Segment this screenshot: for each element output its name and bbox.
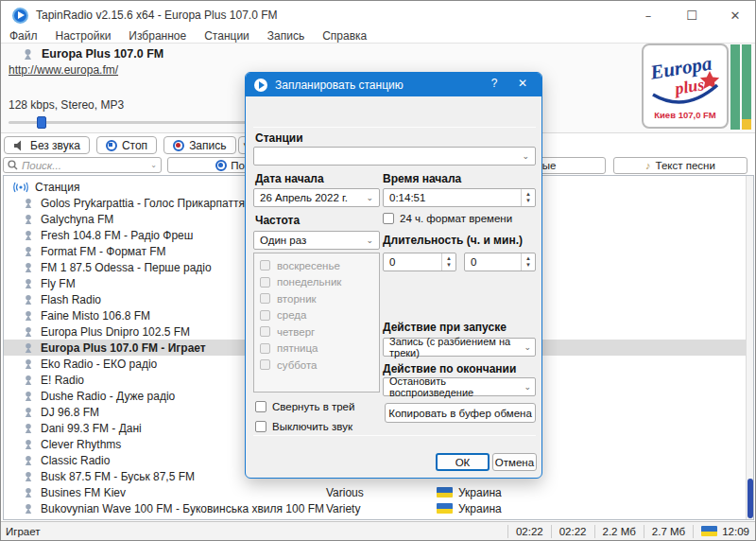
list-scrollbar[interactable] [746,176,753,520]
weekday-item-2: вторник [260,290,379,307]
start-date-label: Дата начала [255,172,324,185]
station-name: Format FM - Формат FM [41,245,166,258]
spinner-arrows-icon[interactable]: ▲▼ [521,189,535,206]
station-genre: Various [326,486,364,499]
station-icon [23,230,34,241]
vu-meter-left [730,44,740,130]
close-button[interactable]: ✕ [713,1,756,29]
dialog-title-bar[interactable]: Запланировать станцию ? ✕ [246,73,541,96]
minimize-button[interactable]: – [627,1,670,29]
station-icon [23,503,34,515]
search-input[interactable]: Поиск... ⌄ [3,157,162,173]
minimize-to-tray-checkbox[interactable]: Свернуть в трей [255,401,354,412]
station-genre: Variety [326,502,360,515]
mute-sound-checkbox[interactable]: Выключить звук [255,421,352,432]
maximize-button[interactable]: ☐ [670,1,713,29]
checkbox-icon [260,293,270,304]
station-icon [23,423,34,434]
start-action-combobox[interactable]: Запись (с разбиением на треки) ⌄ [383,338,536,357]
status-cell-1: 02:22 [551,525,594,538]
station-genre: Variety [326,518,360,521]
stations-combobox[interactable]: ⌄ [253,147,536,166]
scrollbar-thumb[interactable] [747,479,753,518]
station-icon [23,519,34,521]
stop-icon [106,140,117,151]
stations-label: Станции [255,131,303,145]
volume-slider-handle[interactable] [37,116,46,129]
duration-minutes-spinner[interactable]: 0 ▲▼ [464,253,536,271]
station-name: Europa Plus Dnipro 102.5 FM [41,325,190,339]
spinner-arrows-icon[interactable]: ▲▼ [441,253,455,270]
station-icon [23,391,34,402]
station-icon [23,294,34,305]
search-placeholder: Поиск... [22,160,146,171]
24h-format-checkbox[interactable]: 24 ч. формат времени [383,213,512,224]
spinner-arrows-icon[interactable]: ▲▼ [521,253,535,270]
vu-meter-right [742,44,751,130]
mute-button[interactable]: Без звука [4,136,90,154]
station-name: Faine Misto 106.8 FM [41,309,150,323]
station-list-header[interactable]: Станция [4,179,79,195]
divider [253,127,536,128]
station-icon [23,439,34,450]
station-icon [23,407,34,418]
status-cell-0: 02:22 [507,525,551,538]
menu-bar: ФайлНастройкиИзбранноеСтанцииЗаписьСправ… [1,29,756,43]
station-icon [23,214,34,225]
menu-item-4[interactable]: Запись [267,29,304,43]
station-name: Fly FM [41,277,76,290]
stream-info: 128 kbps, Stereo, MP3 [9,98,124,112]
status-cell-3: 2.7 Мб [644,525,693,538]
station-icon [23,471,34,482]
chevron-down-icon: ⌄ [366,193,373,202]
ukraine-flag-icon [437,519,453,520]
app-window: TapinRadio v2.15.6 x64 - Europa Plus 107… [0,0,756,541]
menu-item-1[interactable]: Настройки [56,29,112,43]
chevron-down-icon[interactable]: ⌄ [150,161,157,169]
station-name: E! Radio [41,374,84,387]
stop-button[interactable]: Стоп [96,136,157,154]
weekday-item-6: суббота [260,357,379,374]
copy-to-clipboard-button[interactable]: Копировать в буфер обмена [385,403,536,423]
station-row[interactable]: Boykivska Dumka 90 FM - Сколівські Бески… [4,516,754,520]
station-name: Dani 99.3 FM - Дані [41,422,142,435]
end-action-combobox[interactable]: Остановить воспроизведение ⌄ [383,377,536,396]
dialog-close-button[interactable]: ✕ [515,77,530,90]
checkbox-icon[interactable] [383,213,394,224]
checkbox-icon[interactable] [255,401,266,412]
record-button[interactable]: Запись [163,136,235,154]
checkbox-icon [260,326,270,337]
station-icon [23,375,34,386]
chevron-down-icon: ⌄ [522,151,529,161]
station-name: Eko Radio - ЕКО радіо [41,358,157,371]
station-name: Galychyna FM [41,213,113,226]
lyrics-button[interactable]: ♪ Текст песни [613,157,747,174]
cancel-button[interactable]: Отмена [492,453,537,471]
station-url-link[interactable]: http://www.europa.fm/ [9,63,118,77]
volume-slider[interactable] [9,121,283,124]
menu-item-3[interactable]: Станции [204,29,249,43]
checkbox-icon [260,260,270,270]
station-country: Украина [437,486,502,499]
dialog-help-button[interactable]: ? [487,77,502,90]
weekday-item-1: понедельник [260,274,379,291]
station-name: Europa Plus 107.0 FM - Играет [41,341,206,355]
menu-item-2[interactable]: Избранное [129,29,186,43]
frequency-combobox[interactable]: Один раз⌄ [253,231,380,250]
station-icon [23,342,34,354]
weekday-listbox[interactable]: воскресеньепонедельниквторниксредачетвер… [253,253,380,393]
menu-item-0[interactable]: Файл [9,29,38,43]
duration-hours-spinner[interactable]: 0 ▲▼ [383,253,456,271]
start-time-spinner[interactable]: 0:14:51 ▲▼ [383,188,536,207]
station-row[interactable]: Busines FM KievVariousУкраина [4,484,754,500]
menu-item-5[interactable]: Справка [322,29,367,43]
status-cell-2: 2.2 Мб [594,525,644,538]
start-date-combobox[interactable]: 26 Апрель 2022 г.⌄ [253,188,380,207]
checkbox-icon[interactable] [255,421,266,432]
station-row[interactable]: Bukovynian Wave 100 FM - Буковинська хви… [4,500,754,516]
ok-button[interactable]: ОК [436,453,490,471]
dialog-app-icon [254,79,267,92]
now-playing-panel-button[interactable]: По [167,157,249,173]
chevron-down-icon: ⌄ [524,382,531,392]
weekday-item-3: среда [260,307,379,324]
